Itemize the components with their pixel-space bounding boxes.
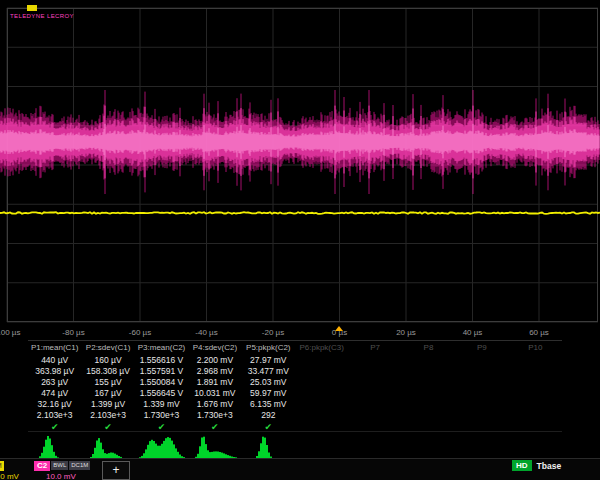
measurement-value: 155 µV	[81, 377, 134, 387]
measurement-value: 59.97 mV	[242, 388, 295, 398]
add-trace-button[interactable]: +	[102, 461, 130, 480]
measurement-table: P1:mean(C1)P2:sdev(C1)P3:mean(C2)P4:sdev…	[28, 340, 562, 433]
status-check: ✔	[135, 422, 188, 432]
status-check: ✔	[242, 422, 295, 432]
measurement-value: 1.556616 V	[135, 355, 188, 365]
measurement-value: 1.557591 V	[135, 366, 188, 376]
measurement-value: 2.103e+3	[28, 410, 81, 420]
time-axis: -100 µs-80 µs-60 µs-40 µs-20 µs0 µs20 µs…	[0, 326, 600, 340]
histicon-slot	[455, 432, 508, 458]
histicon	[82, 434, 134, 458]
measurement-header[interactable]: P5:pkpk(C2)	[242, 343, 295, 352]
measurement-header[interactable]: P3:mean(C2)	[135, 343, 188, 352]
measurement-value: 1.339 mV	[135, 399, 188, 409]
status-bar: C1 DC1M 50.0 mV C2 BWL DC1M 10.0 mV + HD…	[0, 458, 600, 480]
measurement-value: 25.03 mV	[242, 377, 295, 387]
brand-text: TELEDYNE LECROY	[10, 13, 74, 19]
measurement-value: 440 µV	[28, 355, 81, 365]
measurement-header[interactable]: P9	[455, 343, 508, 352]
time-axis-label: 0 µs	[332, 328, 347, 337]
histicon	[189, 434, 241, 458]
measurement-value: 32.16 µV	[28, 399, 81, 409]
histicon-slot	[242, 432, 295, 458]
measurement-value: 27.97 mV	[242, 355, 295, 365]
measurement-value: 1.676 mV	[188, 399, 241, 409]
measurement-value: 292	[242, 410, 295, 420]
measurement-value: 167 µV	[81, 388, 134, 398]
channel-c2-label: C2	[34, 461, 50, 471]
channel-c1-coupling-badge: DC1M	[0, 461, 4, 471]
channel-c2-scale: 10.0 mV	[46, 472, 90, 480]
measurement-value: 1.550084 V	[135, 377, 188, 387]
measurement-value: 1.556645 V	[135, 388, 188, 398]
measurement-header[interactable]: P10	[509, 343, 562, 352]
time-axis-label: -100 µs	[0, 328, 20, 337]
histicon	[135, 434, 187, 458]
time-axis-label: 60 µs	[529, 328, 549, 337]
timebase-descriptor[interactable]: HD Tbase 13 Bits 20.0 µs/div	[512, 460, 600, 480]
measurement-value: 158.308 µV	[81, 366, 134, 376]
histicon-slot	[135, 432, 188, 458]
measurement-header[interactable]: P8	[402, 343, 455, 352]
measurement-value: 2.968 mV	[188, 366, 241, 376]
measurement-header[interactable]: P4:sdev(C2)	[188, 343, 241, 352]
measurement-value: 160 µV	[81, 355, 134, 365]
hd-mode-badge: HD	[512, 460, 532, 471]
measurement-header[interactable]: P6:pkpk(C3)	[295, 343, 348, 352]
time-axis-label: -80 µs	[62, 328, 84, 337]
waveform-display[interactable]: TELEDYNE LECROY	[0, 0, 600, 326]
status-check: ✔	[188, 422, 241, 432]
time-axis-label: 20 µs	[396, 328, 416, 337]
oscilloscope-screen: TELEDYNE LECROY -100 µs-80 µs-60 µs-40 µ…	[0, 0, 600, 480]
measurement-value: 1.730e+3	[135, 410, 188, 420]
time-axis-label: -40 µs	[195, 328, 217, 337]
measurement-value: 1.891 mV	[188, 377, 241, 387]
status-check: ✔	[28, 422, 81, 432]
timebase-label: Tbase	[537, 461, 562, 471]
histicon-slot	[188, 432, 241, 458]
histicon-slot	[295, 432, 348, 458]
waveform-canvas[interactable]	[0, 0, 600, 326]
measurement-value: 10.031 mV	[188, 388, 241, 398]
trigger-indicator-chip	[27, 5, 37, 11]
channel-c2-coupling-badge: DC1M	[69, 461, 90, 470]
histicon	[242, 434, 294, 458]
histicon-slot	[509, 432, 562, 458]
histicon-row	[28, 431, 562, 458]
measurement-value: 33.477 mV	[242, 366, 295, 376]
measurement-value: 1.730e+3	[188, 410, 241, 420]
measurement-value: 474 µV	[28, 388, 81, 398]
measurement-header[interactable]: P7	[348, 343, 401, 352]
measurement-value: 263 µV	[28, 377, 81, 387]
measurement-value: 363.98 µV	[28, 366, 81, 376]
measurement-header[interactable]: P2:sdev(C1)	[81, 343, 134, 352]
histicon	[29, 434, 81, 458]
channel-c2-bwl-badge: BWL	[51, 461, 68, 470]
status-check: ✔	[81, 422, 134, 432]
channel-descriptor-c2[interactable]: C2 BWL DC1M 10.0 mV	[34, 460, 90, 480]
measurement-value: 2.103e+3	[81, 410, 134, 420]
measurement-header[interactable]: P1:mean(C1)	[28, 343, 81, 352]
time-axis-label: 40 µs	[463, 328, 483, 337]
histicon-slot	[81, 432, 134, 458]
measurement-value: 2.200 mV	[188, 355, 241, 365]
histicon-slot	[348, 432, 401, 458]
histicon-slot	[402, 432, 455, 458]
measurement-value: 1.399 µV	[81, 399, 134, 409]
histicon-slot	[28, 432, 81, 458]
time-axis-label: -60 µs	[129, 328, 151, 337]
measurement-value: 6.135 mV	[242, 399, 295, 409]
time-axis-label: -20 µs	[262, 328, 284, 337]
